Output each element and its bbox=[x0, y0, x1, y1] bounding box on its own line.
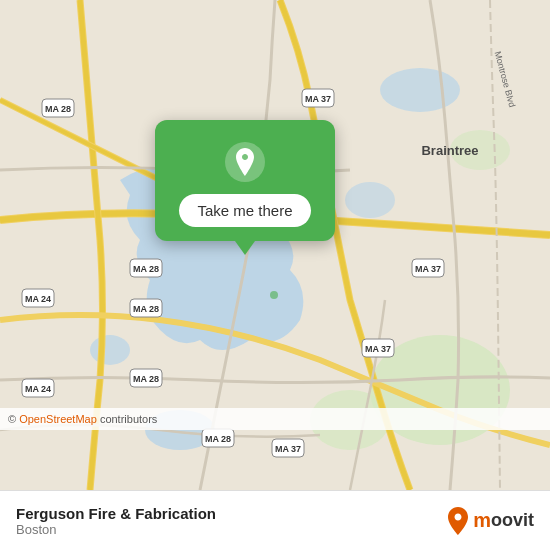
bottom-bar: Ferguson Fire & Fabrication Boston moovi… bbox=[0, 490, 550, 550]
take-me-there-button[interactable]: Take me there bbox=[179, 194, 310, 227]
svg-text:MA 24: MA 24 bbox=[25, 294, 51, 304]
svg-text:MA 37: MA 37 bbox=[305, 94, 331, 104]
location-pin-icon bbox=[223, 140, 267, 184]
svg-text:MA 28: MA 28 bbox=[205, 434, 231, 444]
svg-text:MA 37: MA 37 bbox=[275, 444, 301, 454]
svg-text:MA 28: MA 28 bbox=[133, 264, 159, 274]
moovit-logo: moovit bbox=[445, 506, 534, 536]
svg-text:MA 28: MA 28 bbox=[133, 304, 159, 314]
moovit-wordmark: moovit bbox=[473, 509, 534, 532]
osm-link[interactable]: OpenStreetMap bbox=[19, 413, 97, 425]
svg-point-6 bbox=[345, 182, 395, 218]
map-container: MA 28 MA 28 MA 28 MA 28 MA 28 MA 24 MA 2… bbox=[0, 0, 550, 490]
svg-text:MA 28: MA 28 bbox=[133, 374, 159, 384]
svg-text:MA 24: MA 24 bbox=[25, 384, 51, 394]
svg-text:MA 37: MA 37 bbox=[365, 344, 391, 354]
svg-text:MA 28: MA 28 bbox=[45, 104, 71, 114]
svg-point-5 bbox=[90, 335, 130, 365]
svg-text:Braintree: Braintree bbox=[421, 143, 478, 158]
moovit-pin-icon bbox=[445, 506, 471, 536]
svg-point-32 bbox=[270, 291, 278, 299]
place-name: Ferguson Fire & Fabrication bbox=[16, 505, 216, 522]
attribution-text: © OpenStreetMap contributors bbox=[8, 413, 157, 425]
moovit-m-letter: m bbox=[473, 509, 491, 532]
moovit-text-rest: oovit bbox=[491, 510, 534, 531]
place-city: Boston bbox=[16, 522, 216, 537]
place-info: Ferguson Fire & Fabrication Boston bbox=[16, 505, 216, 537]
svg-text:MA 37: MA 37 bbox=[415, 264, 441, 274]
svg-point-7 bbox=[380, 68, 460, 112]
popup-card[interactable]: Take me there bbox=[155, 120, 335, 241]
attribution-bar: © OpenStreetMap contributors bbox=[0, 408, 550, 430]
